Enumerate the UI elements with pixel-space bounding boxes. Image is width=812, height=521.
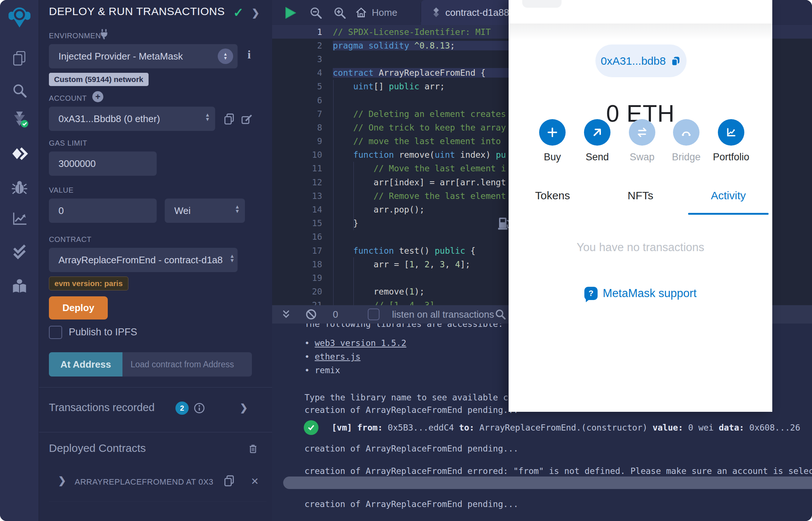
terminal-log-line: creation of ArrayReplaceFromEnd pending.… [304,444,519,453]
zoom-in-icon[interactable] [333,6,347,20]
transactions-expand-icon[interactable]: ❯ [240,402,248,414]
sidebar-item-deploy-run[interactable] [0,141,39,167]
panel-title: DEPLOY & RUN TRANSACTIONS [49,5,225,18]
tab-home-label: Home [372,7,397,18]
deploy-button[interactable]: Deploy [49,296,108,320]
terminal-log-line: • web3 version 1.5.2 [304,338,406,348]
terminal-log-line: creation of ArrayReplaceFromEnd pending.… [304,499,519,509]
remove-deployed-icon[interactable]: ✕ [251,476,259,487]
line-number: 5 [272,82,322,91]
home-icon [355,6,367,19]
metamask-network-pill-cut [522,0,562,8]
network-badge: Custom (59144) network [49,73,149,86]
clear-terminal-icon[interactable] [305,308,317,320]
add-account-icon[interactable]: + [92,91,103,102]
terminal-scrollbar[interactable] [283,477,812,489]
line-number: 8 [272,123,322,132]
line-number: 19 [272,273,322,283]
gas-limit-label: GAS LIMIT [49,139,87,147]
metamask-support-label: MetaMask support [603,287,697,300]
remix-logo[interactable] [0,4,39,29]
buy-label: Buy [530,151,574,163]
publish-ipfs-label: Publish to IPFS [69,326,137,338]
code-text: } [333,218,358,228]
plug-icon [99,29,110,40]
sidebar-item-debugger[interactable] [0,174,39,200]
line-number: 18 [272,260,322,269]
value-input[interactable] [49,199,157,223]
solidity-compiler-icon [10,110,29,128]
account-value: 0xA31...Bbdb8 (0 ether) [58,113,160,125]
sidebar-item-learneth[interactable] [0,273,39,299]
line-number: 13 [272,191,322,201]
tab-activity[interactable]: Activity [684,186,772,215]
terminal-vm-log-line[interactable]: [vm] from: 0x5B3...eddC4 to: ArrayReplac… [332,423,805,432]
value-label: VALUE [49,186,74,195]
play-icon[interactable] [284,6,297,19]
chart-icon [724,125,738,140]
terminal-log-line: • ethers.js [304,352,360,361]
bridge-label: Bridge [664,151,708,163]
copy-account-icon[interactable] [223,113,235,125]
portfolio-button[interactable] [718,119,744,146]
terminal-search-icon[interactable] [495,308,506,320]
value-unit: Wei [174,205,190,217]
account-address-pill[interactable]: 0xA31...bdb8 [595,44,687,77]
environment-value: Injected Provider - MetaMask [58,51,183,62]
transactions-recorded-label: Transactions recorded [49,402,154,414]
trash-icon[interactable] [247,443,259,454]
at-address-button[interactable]: At Address [49,352,122,377]
pending-tx-count: 0 [333,309,338,320]
line-number: 7 [272,109,322,119]
code-text: arr = [1, 2, 3, 4]; [333,260,470,269]
copy-deployed-icon[interactable] [223,474,235,487]
value-unit-select[interactable]: Wei ▲▼ [165,199,245,223]
sidebar-item-search[interactable] [0,78,39,103]
terminal-log-line: creation of ArrayReplaceFromEnd pending.… [304,405,519,415]
environment-info-icon[interactable]: i [247,48,251,61]
send-action: Send [575,119,619,163]
zoom-out-icon[interactable] [309,6,323,20]
bridge-button [673,119,699,146]
listen-transactions-label: listen on all transactions [392,309,494,320]
tab-nfts[interactable]: NFTs [596,186,684,215]
environment-select-arrows-icon[interactable]: ▲▼ [218,49,233,64]
metamask-header-shadow [509,24,772,40]
buy-action: Buy [530,119,574,163]
send-button[interactable] [584,119,610,146]
sidebar-item-solidity-compiler[interactable] [0,106,39,132]
contract-select[interactable]: ArrayReplaceFromEnd - contract-d1a8 ▲▼ [49,248,238,272]
environment-select[interactable]: Injected Provider - MetaMask ▲▼ [49,44,238,68]
terminal-log-line: creation of ArrayReplaceFromEnd errored:… [304,466,812,476]
gas-limit-input[interactable] [49,151,157,176]
panel-collapse-icon[interactable]: ❯ [252,7,260,19]
sidebar-item-file-explorer[interactable] [0,45,39,71]
metamask-support-link[interactable]: ? MetaMask support [509,287,772,300]
collapse-chevrons-icon[interactable] [281,309,292,320]
evm-version-badge: evm version: paris [49,276,128,290]
swap-icon [635,125,649,140]
line-number: 17 [272,246,322,256]
buy-button[interactable] [539,119,566,146]
sidebar-item-analytics[interactable] [0,206,39,231]
copy-address-icon[interactable] [670,56,681,67]
account-select[interactable]: 0xA31...Bbdb8 (0 ether) ▲▼ [49,107,215,131]
tab-tokens[interactable]: Tokens [509,186,596,215]
line-number: 1 [272,27,322,37]
tab-home[interactable]: Home [355,0,397,25]
send-label: Send [575,151,619,163]
edit-account-icon[interactable] [241,113,253,125]
transactions-info-icon[interactable] [193,402,205,414]
code-text: // Remove the last element [333,191,506,201]
sidebar-item-unit-testing[interactable] [0,239,39,264]
code-text: arr[index] = arr[arr.lengt [333,178,506,187]
listen-transactions-checkbox[interactable] [368,308,380,320]
code-text: // Move the last element i [333,164,506,173]
deployed-item-expand-icon[interactable]: ❯ [58,475,66,486]
publish-ipfs-checkbox[interactable] [49,326,62,339]
solidity-file-icon [431,7,441,18]
at-address-input[interactable] [122,352,252,377]
success-check-icon [304,420,318,435]
unit-testing-icon [11,243,28,260]
line-number: 3 [272,54,322,64]
